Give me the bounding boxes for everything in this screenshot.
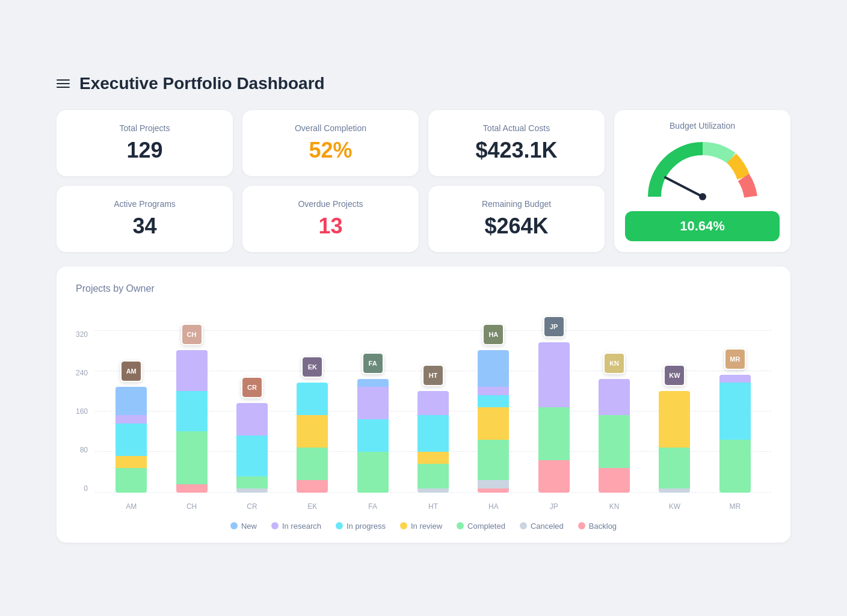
chart-title: Projects by Owner bbox=[76, 283, 771, 294]
y-label-80: 80 bbox=[80, 446, 88, 454]
legend-item: In research bbox=[271, 522, 321, 531]
chart-card: Projects by Owner 320 240 160 80 0 bbox=[57, 266, 790, 543]
kpi-value: 52% bbox=[309, 138, 352, 163]
legend-item: Completed bbox=[457, 522, 505, 531]
legend-label: Canceled bbox=[531, 522, 564, 531]
bar-group: KN bbox=[593, 379, 635, 493]
bar-avatar: FA bbox=[362, 353, 384, 374]
kpi-value: 34 bbox=[132, 214, 156, 239]
bar-avatar: AM bbox=[120, 360, 142, 382]
y-label-160: 160 bbox=[76, 407, 88, 416]
dashboard: Executive Portfolio Dashboard Total Proj… bbox=[38, 56, 808, 561]
legend-label: In review bbox=[411, 522, 442, 531]
bar-group: EK bbox=[291, 383, 333, 492]
bar-avatar: MR bbox=[724, 348, 746, 370]
kpi-total-projects: Total Projects 129 bbox=[57, 110, 233, 176]
budget-label: Budget Utilization bbox=[670, 121, 735, 131]
legend-item: In progress bbox=[336, 522, 386, 531]
x-label: HT bbox=[412, 502, 454, 511]
bar-group: AM bbox=[110, 387, 152, 493]
legend-label: In progress bbox=[346, 522, 386, 531]
gauge-svg bbox=[642, 137, 763, 209]
kpi-grid: Total Projects 129 Overall Completion 52… bbox=[57, 110, 790, 252]
bar-group: CH bbox=[171, 350, 213, 492]
bar-group: KW bbox=[653, 391, 695, 493]
bar-group: CR bbox=[231, 403, 273, 493]
svg-point-1 bbox=[699, 193, 706, 200]
x-label: EK bbox=[291, 502, 333, 511]
x-label: FA bbox=[352, 502, 394, 511]
bars-row: AMCHCREKFAHTHAJPKNKWMR bbox=[95, 330, 771, 493]
bar-group: HA bbox=[472, 350, 514, 492]
kpi-active-programs: Active Programs 34 bbox=[57, 186, 233, 252]
legend-label: In research bbox=[282, 522, 321, 531]
x-label: KN bbox=[593, 502, 635, 511]
legend-label: Completed bbox=[467, 522, 505, 531]
header: Executive Portfolio Dashboard bbox=[57, 74, 790, 93]
kpi-label: Active Programs bbox=[114, 199, 176, 209]
page-title: Executive Portfolio Dashboard bbox=[79, 74, 325, 93]
bar-avatar: KN bbox=[603, 353, 625, 374]
bar-group: MR bbox=[714, 375, 756, 493]
kpi-total-costs: Total Actual Costs $423.1K bbox=[428, 110, 605, 176]
bar-avatar: CR bbox=[241, 377, 263, 398]
legend-item: Backlog bbox=[578, 522, 617, 531]
kpi-label: Overall Completion bbox=[295, 123, 366, 133]
kpi-label: Total Projects bbox=[119, 123, 170, 133]
x-label: AM bbox=[110, 502, 152, 511]
kpi-value: 129 bbox=[126, 138, 162, 163]
kpi-budget-utilization: Budget Utilization 10.64% bbox=[614, 110, 790, 252]
y-label-240: 240 bbox=[76, 369, 88, 377]
kpi-label: Overdue Projects bbox=[298, 199, 363, 209]
legend-label: Backlog bbox=[589, 522, 617, 531]
kpi-overall-completion: Overall Completion 52% bbox=[242, 110, 419, 176]
kpi-overdue-projects: Overdue Projects 13 bbox=[242, 186, 419, 252]
legend-label: New bbox=[241, 522, 257, 531]
chart-area: 320 240 160 80 0 AMCHCREKFAHTHAJPKNKWMR bbox=[76, 306, 771, 511]
x-label: HA bbox=[472, 502, 514, 511]
y-label-0: 0 bbox=[84, 484, 88, 493]
legend-item: Canceled bbox=[520, 522, 564, 531]
y-label-320: 320 bbox=[76, 330, 88, 339]
y-axis: 320 240 160 80 0 bbox=[76, 306, 95, 511]
kpi-value: $423.1K bbox=[475, 138, 557, 163]
kpi-label: Remaining Budget bbox=[482, 199, 551, 209]
legend-item: In review bbox=[400, 522, 442, 531]
bar-avatar: JP bbox=[543, 316, 565, 337]
x-label: CH bbox=[171, 502, 213, 511]
bar-group: FA bbox=[352, 379, 394, 493]
legend-item: New bbox=[230, 522, 257, 531]
x-label: KW bbox=[653, 502, 695, 511]
x-label: JP bbox=[533, 502, 575, 511]
chart-legend: NewIn researchIn progressIn reviewComple… bbox=[76, 522, 771, 531]
bar-avatar: KW bbox=[664, 365, 685, 386]
menu-icon[interactable] bbox=[57, 79, 70, 88]
x-label: CR bbox=[231, 502, 273, 511]
bar-avatar: HA bbox=[482, 324, 504, 345]
gauge-value: 10.64% bbox=[625, 211, 780, 241]
bars-area: AMCHCREKFAHTHAJPKNKWMR AMCHCREKFAHTHAJPK… bbox=[95, 306, 771, 511]
bar-avatar: HT bbox=[422, 365, 444, 386]
bar-group: JP bbox=[533, 342, 575, 493]
svg-line-0 bbox=[665, 177, 703, 197]
kpi-value: $264K bbox=[484, 214, 548, 239]
x-labels: AMCHCREKFAHTHAJPKNKWMR bbox=[95, 493, 771, 511]
bar-avatar: EK bbox=[301, 356, 323, 378]
bar-group: HT bbox=[412, 391, 454, 493]
kpi-remaining-budget: Remaining Budget $264K bbox=[428, 186, 605, 252]
x-label: MR bbox=[714, 502, 756, 511]
kpi-label: Total Actual Costs bbox=[483, 123, 550, 133]
kpi-value: 13 bbox=[318, 214, 342, 239]
bar-avatar: CH bbox=[181, 324, 203, 345]
